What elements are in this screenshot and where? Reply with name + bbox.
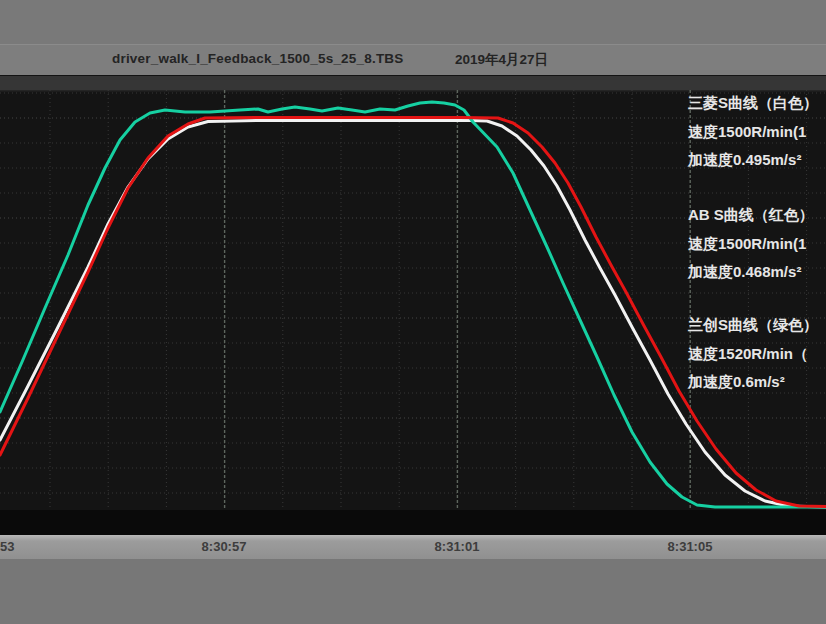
file-title: driver_walk_I_Feedback_1500_5s_25_8.TBS — [112, 51, 404, 66]
legend-line: 速度1500R/min(1 — [688, 118, 818, 147]
x-axis-label: 8:30:57 — [202, 539, 247, 554]
date-label: 2019年4月27日 — [455, 51, 548, 69]
chart-area[interactable]: 三菱S曲线（白色）速度1500R/min(1加速度0.495m/s²AB S曲线… — [0, 75, 826, 535]
legend-line: 加速度0.6m/s² — [688, 368, 818, 397]
legend-block-ab-red: AB S曲线（红色）速度1500R/min(1加速度0.468m/s² — [688, 201, 814, 287]
legend-block-mitsubishi-white: 三菱S曲线（白色）速度1500R/min(1加速度0.495m/s² — [688, 89, 818, 175]
x-axis-label: 53 — [0, 539, 14, 554]
x-axis-label: 8:31:01 — [435, 539, 480, 554]
legend-line: 加速度0.495m/s² — [688, 146, 818, 175]
legend-line: 兰创S曲线（绿色） — [688, 311, 818, 340]
legend-line: 三菱S曲线（白色） — [688, 89, 818, 118]
x-axis-label: 8:31:05 — [668, 539, 713, 554]
plot-bottom-band — [0, 510, 826, 535]
plot-top-strip — [0, 76, 826, 90]
footer-area — [0, 559, 826, 624]
legend-block-lanchuang-green: 兰创S曲线（绿色）速度1520R/min（加速度0.6m/s² — [688, 311, 818, 397]
legend-line: AB S曲线（红色） — [688, 201, 814, 230]
legend-line: 速度1520R/min（ — [688, 340, 818, 369]
screen: { "header": { "title": "driver_walk_I_Fe… — [0, 0, 826, 624]
x-axis: 538:30:578:31:018:31:05 — [0, 535, 826, 559]
title-bar: driver_walk_I_Feedback_1500_5s_25_8.TBS … — [0, 0, 826, 75]
legend-line: 速度1500R/min(1 — [688, 230, 814, 259]
legend-line: 加速度0.468m/s² — [688, 258, 814, 287]
